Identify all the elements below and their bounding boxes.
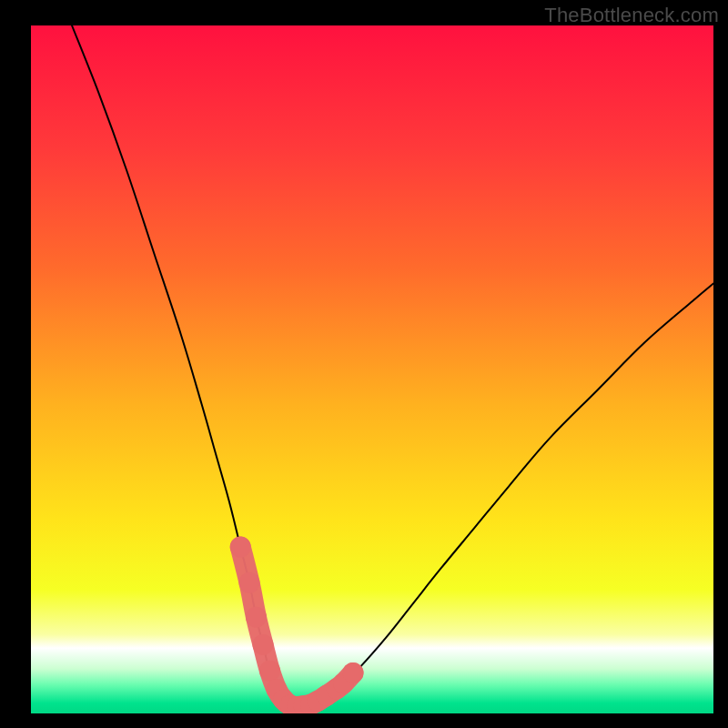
marker-point: [230, 537, 251, 558]
marker-point: [259, 661, 280, 682]
chart-frame: TheBottleneck.com: [0, 0, 728, 728]
watermark-text: TheBottleneck.com: [544, 4, 719, 27]
gradient-background: [31, 25, 713, 713]
bottleneck-chart: [31, 25, 713, 713]
marker-point: [343, 662, 364, 683]
marker-point: [253, 634, 274, 655]
plot-area: [31, 25, 713, 713]
marker-point: [239, 572, 260, 593]
marker-point: [246, 607, 267, 628]
